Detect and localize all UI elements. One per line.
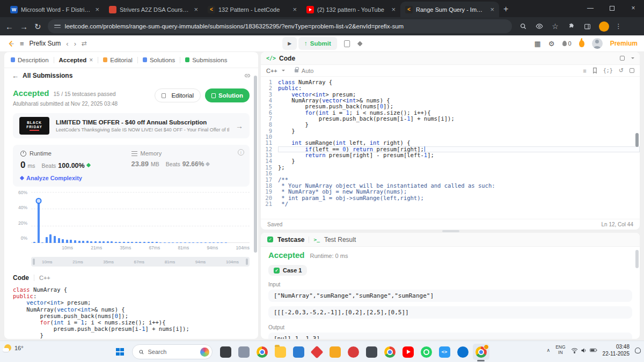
runtime-stat[interactable]: Runtime 0 ms Beats 100.00% Analyze Compl…: [20, 150, 131, 181]
bookmark-star-icon[interactable]: ☆: [551, 21, 560, 31]
address-bar[interactable]: leetcode.com/problems/range-sum-query-im…: [48, 19, 512, 33]
bookmark-icon[interactable]: [592, 68, 597, 73]
back-button[interactable]: ←: [5, 23, 13, 31]
language-selector[interactable]: C++: [266, 68, 277, 74]
premium-link[interactable]: Premium: [610, 40, 638, 47]
analyze-complexity-button[interactable]: Analyze Complexity: [20, 175, 131, 181]
tray-chevron-up-icon[interactable]: ∧: [547, 348, 551, 353]
sparkle-icon[interactable]: [357, 41, 362, 46]
next-problem-icon[interactable]: ›: [74, 40, 76, 48]
panel-resize-handle[interactable]: [442, 230, 459, 232]
url-text[interactable]: leetcode.com/problems/range-sum-query-im…: [65, 23, 404, 29]
weather-widget[interactable]: 16°: [4, 344, 24, 351]
submit-button[interactable]: ↑Submit: [298, 37, 337, 50]
side-panel-icon[interactable]: [583, 21, 592, 31]
back-arrow-icon[interactable]: ←: [12, 72, 19, 80]
hydro-counter[interactable]: 0: [562, 40, 572, 47]
browser-menu-icon[interactable]: ⋮: [616, 23, 622, 30]
leetcode-logo-icon[interactable]: [6, 40, 14, 48]
solution-button[interactable]: Solution: [205, 88, 250, 102]
memory-stat[interactable]: Memory 23.89 MB Beats 92.66%: [131, 150, 243, 181]
maximize-button[interactable]: [601, 0, 623, 16]
left-panel-scrollbar[interactable]: [254, 76, 257, 253]
reload-button[interactable]: ↻: [34, 23, 41, 31]
taskbar-search[interactable]: Search: [132, 344, 213, 359]
editorial-button[interactable]: Editorial: [155, 88, 201, 102]
expand-panel-icon[interactable]: [620, 56, 625, 61]
testcase-scrollbar[interactable]: [635, 250, 639, 268]
tab-submissions[interactable]: Submissions: [185, 57, 227, 63]
chrome-secondary-taskbar-icon[interactable]: [382, 344, 398, 360]
case-1-chip[interactable]: ✓ Case 1: [268, 265, 307, 276]
apps-grid-icon[interactable]: ▦: [535, 40, 541, 48]
password-eye-icon[interactable]: [535, 21, 544, 31]
user-avatar[interactable]: [592, 38, 603, 49]
tab-close-icon[interactable]: ×: [194, 5, 198, 13]
tab-editorial[interactable]: Editorial: [103, 57, 133, 63]
banner-arrow-icon[interactable]: →: [236, 122, 243, 130]
tab-solutions[interactable]: Solutions: [143, 57, 175, 63]
red-diamond-app-taskbar-icon[interactable]: [309, 344, 325, 360]
people-app-taskbar-icon[interactable]: [236, 344, 252, 360]
minimize-button[interactable]: —: [580, 0, 601, 16]
extensions-icon[interactable]: [567, 21, 576, 31]
problem-list-icon[interactable]: ≡: [20, 40, 24, 48]
share-link-icon[interactable]: [244, 72, 251, 79]
browser-tab[interactable]: (2) 132 pattern - YouTube×: [302, 2, 400, 17]
new-tab-button[interactable]: +: [503, 4, 508, 14]
file-explorer-taskbar-icon[interactable]: [272, 344, 289, 360]
forward-button[interactable]: →: [20, 23, 28, 31]
format-icon[interactable]: ≡: [583, 68, 586, 74]
problem-list-label[interactable]: Prefix Sum: [30, 40, 61, 47]
chrome-shortcut-taskbar-icon[interactable]: [254, 344, 270, 360]
streak-flame-icon[interactable]: [579, 40, 584, 47]
prev-problem-icon[interactable]: ‹: [66, 40, 68, 48]
youtube-taskbar-icon[interactable]: [400, 344, 416, 360]
edge-taskbar-icon[interactable]: [455, 344, 471, 360]
info-icon[interactable]: i: [238, 149, 244, 156]
undo-icon[interactable]: ↺: [619, 67, 624, 74]
run-button[interactable]: ▶: [282, 37, 297, 50]
tab-close-icon[interactable]: ×: [391, 5, 396, 13]
search-lens-icon[interactable]: [518, 21, 528, 31]
cursor-position[interactable]: Ln 12, Col 44: [602, 221, 634, 227]
promo-banner[interactable]: BLACK FRIDAY LIMITED TIME OFFER - $40 of…: [13, 113, 250, 138]
tab-close-icon[interactable]: ×: [490, 5, 494, 13]
tab-testcase[interactable]: Testcase: [277, 236, 304, 243]
taskbar-clock[interactable]: 03:48 22-11-2025: [603, 343, 630, 357]
input-field-2[interactable]: [[[-2,0,3,-5,2,-1]],[0,2],[2,5],[0,5]]: [268, 306, 632, 319]
browser-tab[interactable]: Strivers A2Z DSA Course/Sheet×: [104, 2, 203, 17]
all-submissions-row[interactable]: ← All Submissions: [4, 68, 258, 83]
notes-icon[interactable]: [344, 40, 350, 47]
collapse-panel-icon[interactable]: [631, 57, 634, 59]
site-settings-icon[interactable]: [54, 24, 61, 29]
red-app-taskbar-icon[interactable]: [345, 344, 362, 360]
chart-plot[interactable]: [31, 192, 250, 243]
tab-description[interactable]: Description: [11, 57, 49, 63]
browser-tab[interactable]: Range Sum Query - Immutable×: [400, 2, 499, 17]
tab-close-icon[interactable]: ×: [89, 56, 93, 64]
tab-close-icon[interactable]: ×: [95, 5, 99, 13]
close-window-button[interactable]: ×: [623, 0, 644, 16]
input-field-1[interactable]: ["NumArray","sumRange","sumRange","sumRa…: [268, 290, 632, 302]
auto-label[interactable]: Auto: [302, 68, 314, 74]
dark-app-taskbar-icon[interactable]: [363, 344, 380, 360]
settings-gear-icon[interactable]: ⚙: [548, 40, 555, 48]
tab-test-result[interactable]: Test Result: [324, 236, 356, 243]
shuffle-icon[interactable]: ⇄: [82, 40, 87, 47]
chrome-active-taskbar-icon[interactable]: [473, 344, 489, 360]
start-button[interactable]: [116, 348, 124, 356]
vscode-taskbar-icon[interactable]: [436, 344, 453, 360]
orange-app-taskbar-icon[interactable]: [327, 344, 343, 360]
chart-brush[interactable]: 10ms21ms35ms67ms81ms94ms104ms: [31, 257, 250, 267]
tray-status-icons[interactable]: [571, 348, 597, 353]
language-indicator[interactable]: ENG IN: [555, 345, 565, 356]
fullscreen-icon[interactable]: [630, 68, 634, 73]
editor-scrollbar[interactable]: [635, 133, 639, 147]
microsoft-store-taskbar-icon[interactable]: [290, 344, 307, 360]
code-preview[interactable]: class NumArray {public: vector<int> pres…: [13, 286, 250, 339]
browser-tab[interactable]: 132 Pattern - LeetCode×: [203, 2, 302, 17]
camera-app-taskbar-icon[interactable]: [217, 344, 234, 360]
editor-body[interactable]: 123456789101112131415161718192021 class …: [261, 77, 640, 219]
editor-code[interactable]: class NumArray {public: vector<int> pres…: [278, 79, 640, 219]
